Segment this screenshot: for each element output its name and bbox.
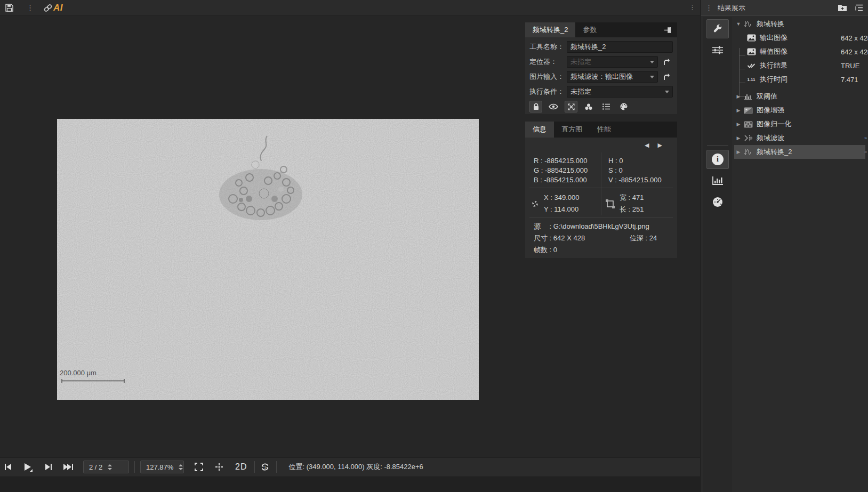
sliders-button[interactable] <box>706 41 729 60</box>
ai-logo: AI <box>53 3 63 13</box>
svg-text:1: 1 <box>264 465 267 469</box>
list-button[interactable] <box>600 101 613 112</box>
step-forward-button[interactable] <box>45 459 52 474</box>
image-input-value: 频域滤波：输出图像 <box>570 72 633 82</box>
expand-arrows-button[interactable] <box>565 101 577 112</box>
collapsed-arrow-icon[interactable]: ▶ <box>734 94 743 99</box>
image-size: 尺寸 : 642 X 428 <box>534 233 585 243</box>
link-icon <box>43 3 53 13</box>
next-arrow-icon[interactable]: ▶ <box>658 142 671 148</box>
locator-jump-button[interactable] <box>661 56 673 68</box>
tool-name-value: 频域转换_2 <box>570 42 606 52</box>
scale-bar-label: 200.000 μm <box>60 369 97 377</box>
fit-view-button[interactable] <box>195 459 203 474</box>
dimensions-icon <box>605 199 615 209</box>
divider <box>529 188 673 188</box>
collapsed-arrow-icon[interactable]: ▶ <box>734 149 743 155</box>
gauge-tool-button[interactable] <box>706 192 729 212</box>
cursor-x-value: X : 349.000 <box>544 192 580 204</box>
collapsed-arrow-icon[interactable]: ▶ <box>734 122 743 127</box>
pixel-g-value: G : -8854215.000 <box>534 166 588 174</box>
add-folder-icon[interactable] <box>838 4 847 12</box>
info-panel: 信息 直方图 性能 ◀▶ R : -8854215.000 G : -88542… <box>525 122 677 258</box>
loop-refresh-button[interactable]: 1 <box>260 459 270 474</box>
waveform-icon <box>743 148 753 156</box>
tree-node-image-normalize[interactable]: ▶ 图像归一化 <box>734 117 868 131</box>
divider <box>134 461 135 473</box>
panel-grip-icon[interactable]: ⋮ <box>689 4 696 11</box>
collapsed-arrow-icon[interactable]: ▶ <box>734 108 743 113</box>
panel-grip-icon[interactable]: ⋮ <box>705 4 712 11</box>
crosshair-icon <box>531 199 540 208</box>
bottom-strip <box>0 477 700 492</box>
frame-spinner[interactable]: 2 / 2 <box>83 461 129 473</box>
tab-tool-name[interactable]: 频域转换_2 <box>525 22 575 37</box>
tree-leaf-output-image[interactable]: 输出图像 642 x 428 COL... <box>734 31 868 45</box>
tab-info[interactable]: 信息 <box>525 122 554 138</box>
tree-node-label: 图像增强 <box>757 106 784 115</box>
play-button[interactable] <box>23 459 33 474</box>
tree-node-freq-filter[interactable]: ▶ 频域滤波 » <box>734 131 868 145</box>
roi-width-value: 宽 : 471 <box>620 192 644 204</box>
info-icon: i <box>712 154 724 165</box>
double-check-icon <box>746 62 757 69</box>
tree-view-icon[interactable] <box>855 4 864 12</box>
save-icon[interactable] <box>5 3 14 12</box>
pin-icon[interactable] <box>664 27 672 34</box>
tab-parameters[interactable]: 参数 <box>575 22 604 37</box>
tool-name-input[interactable]: 频域转换_2 <box>567 41 673 53</box>
cursor-y-value: Y : 114.000 <box>544 204 580 215</box>
divider <box>707 145 728 146</box>
freq-filter-icon <box>743 134 753 142</box>
spinner-arrows[interactable] <box>179 464 183 470</box>
lock-button[interactable] <box>529 101 542 112</box>
tree-node-freq-transform[interactable]: ▼ 频域转换 <box>734 17 868 31</box>
specimen-image[interactable]: 200.000 μm <box>57 119 479 400</box>
tab-histogram[interactable]: 直方图 <box>554 122 590 138</box>
skip-first-button[interactable] <box>4 459 12 474</box>
image-icon <box>746 48 757 55</box>
collapsed-arrow-icon[interactable]: ▶ <box>734 135 743 141</box>
skip-last-button[interactable] <box>63 459 74 474</box>
toolbar-grip-icon[interactable]: ⋮ <box>27 4 34 11</box>
playback-toolbar: 2 / 2 127.87% 2D 1 位置: (349.000, 114.000… <box>0 457 700 476</box>
chevron-down-icon <box>665 91 669 93</box>
blob-cluster-button[interactable] <box>582 101 595 112</box>
divider <box>254 461 255 473</box>
info-tool-button[interactable]: i <box>706 150 729 169</box>
roi-height-value: 长 : 251 <box>620 204 644 215</box>
center-view-button[interactable] <box>215 459 223 474</box>
eye-button[interactable] <box>547 101 560 112</box>
mode-2d-button[interactable]: 2D <box>235 459 247 474</box>
exec-condition-select[interactable]: 未指定 <box>567 86 673 98</box>
tree-leaf-label: 执行结果 <box>760 61 787 70</box>
palette-button[interactable] <box>617 101 630 112</box>
tree-node-freq-transform-2[interactable]: ▶ 频域转换_2 » <box>734 145 865 159</box>
tree-leaf-exec-time[interactable]: 1.11 执行时间 7.471 <box>734 72 868 86</box>
wrench-tool-button[interactable] <box>706 19 729 38</box>
result-panel: ⋮ 结果展示 i <box>701 0 868 492</box>
locator-select[interactable]: 未指定 <box>567 56 658 68</box>
expanded-arrow-icon[interactable]: ▼ <box>734 21 743 27</box>
exec-condition-value: 未指定 <box>570 87 591 96</box>
top-menubar: ⋮ AI ⋮ <box>0 0 700 16</box>
spinner-arrows[interactable] <box>108 464 112 470</box>
side-rail: i <box>703 17 732 492</box>
image-input-jump-button[interactable] <box>661 71 673 83</box>
zoom-spinner[interactable]: 127.87% <box>140 461 184 473</box>
tab-performance[interactable]: 性能 <box>590 122 618 138</box>
tree-node-dual-threshold[interactable]: ▶ 双阈值 <box>734 90 868 103</box>
tree-leaf-exec-result[interactable]: 执行结果 TRUE <box>734 59 868 72</box>
scroll-hint-icon[interactable]: » <box>864 135 867 141</box>
scroll-hint-icon[interactable]: » <box>864 149 867 155</box>
locator-value: 未指定 <box>570 57 591 67</box>
tree-node-label: 频域转换_2 <box>757 147 792 157</box>
tree-leaf-magnitude-image[interactable]: 幅值图像 642 x 428 GRA... <box>734 45 868 59</box>
tree-node-image-enhance[interactable]: ▶ 图像增强 <box>734 103 868 117</box>
image-input-select[interactable]: 频域滤波：输出图像 <box>567 71 658 83</box>
prev-arrow-icon[interactable]: ◀ <box>645 142 657 148</box>
histogram-tool-button[interactable] <box>706 171 729 190</box>
param-tabbar: 频域转换_2 参数 <box>525 22 677 37</box>
chevron-down-icon <box>650 76 654 78</box>
pixel-b-value: B : -8854215.000 <box>534 176 587 184</box>
